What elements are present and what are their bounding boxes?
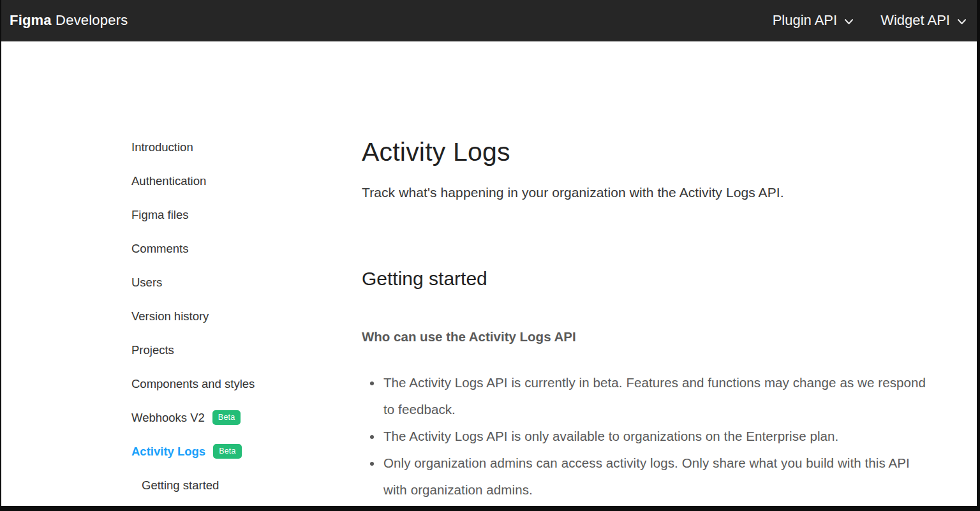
sidebar-item-webhooks-v2[interactable]: Webhooks V2Beta: [131, 401, 342, 434]
sidebar-item-activity-logs[interactable]: Activity LogsBeta: [131, 434, 342, 468]
sidebar-item-label: Introduction: [131, 140, 193, 154]
sidebar-item-label: Components and styles: [131, 377, 255, 391]
page-title: Activity Logs: [362, 137, 510, 167]
sidebar-item-label: Figma files: [131, 208, 188, 222]
page-frame: Figma Developers Plugin APIWidget API In…: [0, 0, 980, 511]
sidebar-item-label: Webhooks V2: [131, 411, 205, 425]
section-heading-getting-started: Getting started: [362, 268, 487, 290]
sidebar-item-label: Comments: [131, 242, 188, 256]
subsection-heading-who-can-use: Who can use the Activity Logs API: [362, 329, 576, 344]
page-subtitle: Track what's happening in your organizat…: [362, 185, 784, 200]
sidebar-item-label: Activity Logs: [131, 445, 205, 459]
chevron-down-icon: [844, 19, 854, 25]
sidebar-item-label: Authentication: [131, 174, 206, 188]
sidebar-item-label: Projects: [131, 343, 174, 357]
header-nav: Plugin APIWidget API: [773, 12, 967, 29]
nav-dropdown-label: Widget API: [880, 12, 950, 29]
nav-dropdown-label: Plugin API: [773, 12, 838, 29]
sidebar-item-projects[interactable]: Projects: [131, 333, 342, 367]
nav-dropdown-plugin-api[interactable]: Plugin API: [773, 12, 854, 29]
sidebar-item-authentication[interactable]: Authentication: [131, 164, 342, 198]
brand-logo[interactable]: Figma Developers: [10, 12, 128, 29]
bullet-item: The Activity Logs API is currently in be…: [382, 369, 931, 423]
beta-badge: Beta: [213, 444, 242, 459]
sidebar-item-label: Version history: [131, 309, 209, 323]
sidebar-item-label: Users: [131, 276, 162, 290]
sidebar-item-comments[interactable]: Comments: [131, 232, 342, 265]
bullet-list: The Activity Logs API is currently in be…: [362, 369, 931, 503]
bullet-item: The Activity Logs API is only available …: [382, 423, 931, 450]
sidebar-nav: IntroductionAuthenticationFigma filesCom…: [131, 130, 342, 502]
nav-dropdown-widget-api[interactable]: Widget API: [880, 12, 967, 29]
sidebar-item-version-history[interactable]: Version history: [131, 299, 342, 333]
sidebar-item-components-and-styles[interactable]: Components and styles: [131, 367, 342, 401]
bullet-item: Only organization admins can access acti…: [382, 450, 931, 503]
sidebar-item-figma-files[interactable]: Figma files: [131, 198, 342, 232]
sidebar-item-introduction[interactable]: Introduction: [131, 130, 342, 164]
sidebar-item-users[interactable]: Users: [131, 265, 342, 299]
sidebar-item-label: Getting started: [142, 478, 219, 492]
brand-figma: Figma: [10, 12, 52, 28]
chevron-down-icon: [957, 19, 967, 25]
sidebar-item-getting-started[interactable]: Getting started: [131, 468, 342, 502]
beta-badge: Beta: [212, 410, 241, 425]
brand-developers: Developers: [52, 12, 128, 28]
top-header: Figma Developers Plugin APIWidget API: [1, 0, 977, 41]
